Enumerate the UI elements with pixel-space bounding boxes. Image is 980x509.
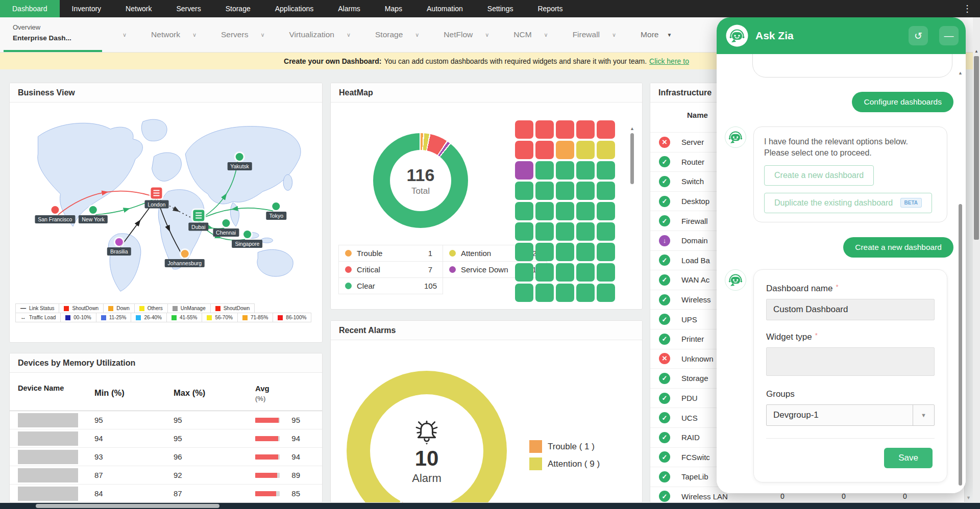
heatmap-cell[interactable] — [597, 182, 615, 200]
heatmap-cell[interactable] — [576, 161, 595, 180]
heatmap-cell[interactable] — [535, 141, 554, 159]
heatmap-cell[interactable] — [556, 161, 574, 180]
heatmap-cell[interactable] — [576, 182, 595, 200]
user-message-bubble[interactable]: Configure dashboards — [852, 92, 953, 112]
col-device-name[interactable]: Device Name — [18, 384, 94, 392]
heatmap-cell[interactable] — [556, 284, 574, 302]
kebab-menu-icon[interactable]: ⋮ — [963, 0, 972, 17]
horizontal-scrollbar-thumb[interactable] — [36, 504, 219, 508]
map-city[interactable]: Johannesburg — [165, 250, 205, 267]
heatmap-cell[interactable] — [597, 243, 615, 261]
heatmap-cell[interactable] — [535, 182, 554, 200]
tab-more[interactable]: More ▼ — [641, 30, 672, 39]
heatmap-cell[interactable] — [515, 284, 533, 302]
tab-item[interactable]: Storage ∨ — [375, 30, 419, 39]
chevron-down-icon[interactable]: ∨ — [485, 32, 489, 38]
table-row[interactable]: 84 87 85 — [10, 485, 322, 503]
heatmap-legend-item[interactable]: Critical 7 — [338, 261, 443, 278]
col-avg[interactable]: Avg (%) — [255, 384, 314, 402]
tab-item[interactable]: Firewall ∨ — [573, 30, 616, 39]
nav-item[interactable]: Network — [113, 0, 164, 17]
heatmap-legend-item[interactable]: Trouble 1 — [338, 245, 443, 262]
nav-item[interactable]: Dashboard — [0, 0, 60, 17]
scroll-up-icon[interactable]: ▲ — [630, 126, 634, 131]
nav-item[interactable]: Alarms — [326, 0, 373, 17]
heatmap-cell[interactable] — [556, 263, 574, 282]
heatmap-cell[interactable] — [535, 120, 554, 139]
dashboard-name-field[interactable] — [766, 299, 935, 320]
heatmap-legend-item[interactable]: Clear 105 — [338, 277, 443, 294]
reset-conversation-icon[interactable]: ↺ — [909, 26, 928, 45]
chevron-down-icon[interactable]: ∨ — [347, 32, 351, 38]
duplicate-dashboard-option[interactable]: Duplicate the existing dashboard BETA — [764, 193, 932, 213]
tab-item[interactable]: Virtualization ∨ — [289, 30, 351, 39]
minimize-icon[interactable]: — — [939, 26, 959, 45]
heatmap-cell[interactable] — [576, 243, 595, 261]
map-city[interactable]: San Francisco — [35, 206, 75, 223]
heatmap-cell[interactable] — [515, 263, 533, 282]
heatmap-cell[interactable] — [576, 120, 595, 139]
nav-item[interactable]: Automation — [414, 0, 475, 17]
banner-link[interactable]: Click here to — [649, 57, 689, 65]
tab-item[interactable]: NCM ∨ — [513, 30, 548, 39]
heatmap-cell[interactable] — [556, 182, 574, 200]
nav-item[interactable]: Maps — [373, 0, 414, 17]
caret-down-icon[interactable]: ▼ — [913, 405, 934, 425]
chevron-down-icon[interactable]: ∨ — [122, 32, 127, 38]
tab-item[interactable]: Servers ∨ — [221, 30, 264, 39]
chevron-down-icon[interactable]: ∨ — [192, 32, 197, 38]
heatmap-cell[interactable] — [576, 141, 595, 159]
heatmap-cell[interactable] — [597, 222, 615, 241]
heatmap-cell[interactable] — [535, 263, 554, 282]
chevron-down-icon[interactable]: ∨ — [612, 32, 616, 38]
nav-item[interactable]: Reports — [525, 0, 575, 17]
heatmap-cell[interactable] — [535, 284, 554, 302]
col-min[interactable]: Min (%) — [94, 388, 174, 398]
heatmap-cell[interactable] — [515, 182, 533, 200]
map-city[interactable]: Singapore — [232, 231, 263, 248]
nav-item[interactable]: Servers — [164, 0, 213, 17]
heatmap-cell[interactable] — [597, 161, 615, 180]
table-row[interactable]: 87 92 89 — [10, 466, 322, 485]
heatmap-cell[interactable] — [515, 141, 533, 159]
heatmap-cell[interactable] — [556, 243, 574, 261]
map-city[interactable]: London — [144, 187, 168, 208]
table-row[interactable]: 94 95 94 — [10, 429, 322, 448]
scroll-up-icon[interactable]: ▲ — [974, 49, 978, 54]
heatmap-cell[interactable] — [597, 202, 615, 220]
page-vertical-scrollbar[interactable]: ▲ — [973, 17, 980, 503]
map-city[interactable]: New York — [79, 206, 107, 223]
nav-item[interactable]: Applications — [263, 0, 326, 17]
heatmap-cell[interactable] — [597, 120, 615, 139]
scroll-up-icon[interactable]: ▲ — [958, 70, 963, 75]
groups-select[interactable]: Devgroup-1 ▼ — [766, 404, 935, 426]
tab-item[interactable]: Network ∨ — [151, 30, 197, 39]
tab-overview[interactable]: Overview Enterprise Dash... — [4, 17, 102, 52]
heatmap-cell[interactable] — [515, 120, 533, 139]
chevron-down-icon[interactable]: ∨ — [544, 32, 548, 38]
heatmap-cell[interactable] — [597, 263, 615, 282]
heatmap-cell[interactable] — [535, 222, 554, 241]
heatmap-cell[interactable] — [556, 141, 574, 159]
map-city[interactable]: Yakutsk — [227, 153, 252, 170]
heatmap-cell[interactable] — [515, 161, 533, 180]
heatmap-cell[interactable] — [576, 202, 595, 220]
tab-item[interactable]: NetFlow ∨ — [444, 30, 489, 39]
heatmap-cell[interactable] — [597, 284, 615, 302]
heatmap-cell[interactable] — [576, 222, 595, 241]
chevron-down-icon[interactable]: ∨ — [415, 32, 419, 38]
alarms-legend-item[interactable]: Trouble ( 1 ) — [529, 440, 600, 453]
chat-scrollbar-thumb[interactable] — [959, 204, 962, 486]
infra-name-header[interactable]: Name — [687, 111, 708, 119]
heatmap-cell[interactable] — [535, 243, 554, 261]
map-city[interactable]: Brasilia — [107, 238, 131, 256]
vertical-scrollbar-thumb[interactable] — [974, 56, 979, 240]
heatmap-cell[interactable] — [576, 284, 595, 302]
heatmap-cell[interactable] — [556, 120, 574, 139]
heatmap-cell[interactable] — [515, 243, 533, 261]
heatmap-cell[interactable] — [576, 263, 595, 282]
chevron-down-icon[interactable]: ∨ — [260, 32, 264, 38]
widget-type-field[interactable] — [766, 347, 935, 376]
heatmap-cell[interactable] — [515, 202, 533, 220]
heatmap-cell[interactable] — [535, 161, 554, 180]
